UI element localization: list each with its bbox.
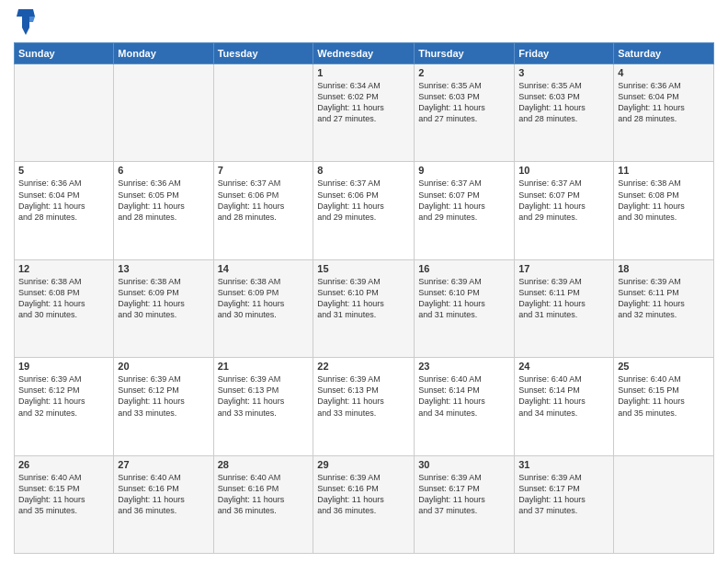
calendar-cell: 3Sunrise: 6:35 AM Sunset: 6:03 PM Daylig… [515, 64, 614, 162]
day-number: 19 [18, 361, 109, 372]
calendar-cell: 10Sunrise: 6:37 AM Sunset: 6:07 PM Dayli… [515, 162, 614, 259]
calendar-cell: 25Sunrise: 6:40 AM Sunset: 6:15 PM Dayli… [614, 358, 714, 455]
header [14, 9, 714, 35]
day-info: Sunrise: 6:37 AM Sunset: 6:06 PM Dayligh… [218, 178, 310, 223]
header-day-friday: Friday [515, 43, 614, 64]
day-info: Sunrise: 6:39 AM Sunset: 6:13 PM Dayligh… [218, 373, 310, 419]
day-number: 3 [518, 67, 609, 78]
day-info: Sunrise: 6:40 AM Sunset: 6:16 PM Dayligh… [118, 472, 209, 517]
day-info: Sunrise: 6:37 AM Sunset: 6:07 PM Dayligh… [518, 178, 609, 223]
day-info: Sunrise: 6:39 AM Sunset: 6:12 PM Dayligh… [118, 373, 209, 419]
week-row-4: 26Sunrise: 6:40 AM Sunset: 6:15 PM Dayli… [15, 455, 714, 553]
logo [14, 9, 35, 35]
day-number: 26 [18, 459, 109, 470]
day-info: Sunrise: 6:35 AM Sunset: 6:03 PM Dayligh… [418, 80, 510, 125]
day-info: Sunrise: 6:39 AM Sunset: 6:10 PM Dayligh… [317, 276, 410, 321]
calendar-cell [15, 64, 114, 162]
day-info: Sunrise: 6:39 AM Sunset: 6:10 PM Dayligh… [418, 276, 510, 321]
week-row-2: 12Sunrise: 6:38 AM Sunset: 6:08 PM Dayli… [15, 259, 714, 357]
day-number: 21 [218, 361, 310, 372]
day-info: Sunrise: 6:37 AM Sunset: 6:07 PM Dayligh… [418, 178, 510, 223]
day-number: 23 [418, 361, 510, 372]
calendar-cell: 20Sunrise: 6:39 AM Sunset: 6:12 PM Dayli… [114, 358, 213, 455]
day-number: 2 [418, 67, 510, 78]
header-day-saturday: Saturday [614, 43, 714, 64]
day-number: 11 [618, 165, 710, 176]
calendar-cell: 2Sunrise: 6:35 AM Sunset: 6:03 PM Daylig… [415, 64, 515, 162]
day-info: Sunrise: 6:38 AM Sunset: 6:09 PM Dayligh… [218, 276, 310, 321]
day-info: Sunrise: 6:40 AM Sunset: 6:16 PM Dayligh… [218, 472, 310, 517]
day-info: Sunrise: 6:40 AM Sunset: 6:14 PM Dayligh… [518, 373, 609, 419]
header-day-tuesday: Tuesday [213, 43, 313, 64]
day-info: Sunrise: 6:39 AM Sunset: 6:16 PM Dayligh… [317, 472, 410, 517]
day-number: 27 [118, 459, 209, 470]
day-number: 7 [218, 165, 310, 176]
calendar-cell: 11Sunrise: 6:38 AM Sunset: 6:08 PM Dayli… [614, 162, 714, 259]
header-day-thursday: Thursday [415, 43, 515, 64]
day-info: Sunrise: 6:39 AM Sunset: 6:12 PM Dayligh… [18, 373, 109, 419]
day-info: Sunrise: 6:36 AM Sunset: 6:05 PM Dayligh… [118, 178, 209, 223]
day-number: 24 [518, 361, 609, 372]
calendar-cell: 13Sunrise: 6:38 AM Sunset: 6:09 PM Dayli… [114, 259, 213, 357]
day-info: Sunrise: 6:34 AM Sunset: 6:02 PM Dayligh… [317, 80, 410, 125]
calendar-cell: 4Sunrise: 6:36 AM Sunset: 6:04 PM Daylig… [614, 64, 714, 162]
calendar-cell: 21Sunrise: 6:39 AM Sunset: 6:13 PM Dayli… [213, 358, 313, 455]
day-number: 29 [317, 459, 410, 470]
day-number: 17 [518, 263, 609, 274]
calendar-cell [213, 64, 313, 162]
calendar-cell: 17Sunrise: 6:39 AM Sunset: 6:11 PM Dayli… [515, 259, 614, 357]
day-number: 14 [218, 263, 310, 274]
header-day-monday: Monday [114, 43, 213, 64]
calendar-cell: 22Sunrise: 6:39 AM Sunset: 6:13 PM Dayli… [313, 358, 415, 455]
day-info: Sunrise: 6:36 AM Sunset: 6:04 PM Dayligh… [618, 80, 710, 125]
calendar-cell: 15Sunrise: 6:39 AM Sunset: 6:10 PM Dayli… [313, 259, 415, 357]
day-info: Sunrise: 6:35 AM Sunset: 6:03 PM Dayligh… [518, 80, 609, 125]
calendar-cell: 27Sunrise: 6:40 AM Sunset: 6:16 PM Dayli… [114, 455, 213, 553]
calendar-cell [614, 455, 714, 553]
calendar-cell: 31Sunrise: 6:39 AM Sunset: 6:17 PM Dayli… [515, 455, 614, 553]
header-day-sunday: Sunday [15, 43, 114, 64]
day-number: 31 [518, 459, 609, 470]
day-number: 8 [317, 165, 410, 176]
day-info: Sunrise: 6:40 AM Sunset: 6:15 PM Dayligh… [618, 373, 710, 419]
calendar-cell: 14Sunrise: 6:38 AM Sunset: 6:09 PM Dayli… [213, 259, 313, 357]
header-day-wednesday: Wednesday [313, 43, 415, 64]
calendar-cell: 1Sunrise: 6:34 AM Sunset: 6:02 PM Daylig… [313, 64, 415, 162]
calendar-cell: 16Sunrise: 6:39 AM Sunset: 6:10 PM Dayli… [415, 259, 515, 357]
day-number: 22 [317, 361, 410, 372]
day-number: 9 [418, 165, 510, 176]
day-info: Sunrise: 6:39 AM Sunset: 6:17 PM Dayligh… [418, 472, 510, 517]
day-number: 20 [118, 361, 209, 372]
page: SundayMondayTuesdayWednesdayThursdayFrid… [0, 0, 728, 563]
calendar-cell: 7Sunrise: 6:37 AM Sunset: 6:06 PM Daylig… [213, 162, 313, 259]
day-info: Sunrise: 6:40 AM Sunset: 6:14 PM Dayligh… [418, 373, 510, 419]
calendar-header: SundayMondayTuesdayWednesdayThursdayFrid… [15, 43, 714, 64]
day-info: Sunrise: 6:38 AM Sunset: 6:08 PM Dayligh… [618, 178, 710, 223]
day-number: 18 [618, 263, 710, 274]
day-number: 13 [118, 263, 209, 274]
day-info: Sunrise: 6:39 AM Sunset: 6:11 PM Dayligh… [518, 276, 609, 321]
calendar-cell: 9Sunrise: 6:37 AM Sunset: 6:07 PM Daylig… [415, 162, 515, 259]
calendar-cell: 26Sunrise: 6:40 AM Sunset: 6:15 PM Dayli… [15, 455, 114, 553]
day-number: 15 [317, 263, 410, 274]
calendar-body: 1Sunrise: 6:34 AM Sunset: 6:02 PM Daylig… [15, 64, 714, 554]
calendar-cell: 19Sunrise: 6:39 AM Sunset: 6:12 PM Dayli… [15, 358, 114, 455]
week-row-3: 19Sunrise: 6:39 AM Sunset: 6:12 PM Dayli… [15, 358, 714, 455]
day-number: 6 [118, 165, 209, 176]
day-number: 10 [518, 165, 609, 176]
calendar-cell: 6Sunrise: 6:36 AM Sunset: 6:05 PM Daylig… [114, 162, 213, 259]
day-number: 16 [418, 263, 510, 274]
day-number: 12 [18, 263, 109, 274]
day-info: Sunrise: 6:37 AM Sunset: 6:06 PM Dayligh… [317, 178, 410, 223]
calendar-cell: 5Sunrise: 6:36 AM Sunset: 6:04 PM Daylig… [15, 162, 114, 259]
calendar-cell: 28Sunrise: 6:40 AM Sunset: 6:16 PM Dayli… [213, 455, 313, 553]
calendar-cell: 30Sunrise: 6:39 AM Sunset: 6:17 PM Dayli… [415, 455, 515, 553]
calendar-table: SundayMondayTuesdayWednesdayThursdayFrid… [14, 42, 714, 554]
day-info: Sunrise: 6:40 AM Sunset: 6:15 PM Dayligh… [18, 472, 109, 517]
calendar-cell: 29Sunrise: 6:39 AM Sunset: 6:16 PM Dayli… [313, 455, 415, 553]
day-number: 28 [218, 459, 310, 470]
day-info: Sunrise: 6:39 AM Sunset: 6:11 PM Dayligh… [618, 276, 710, 321]
day-info: Sunrise: 6:38 AM Sunset: 6:08 PM Dayligh… [18, 276, 109, 321]
day-number: 1 [317, 67, 410, 78]
day-info: Sunrise: 6:38 AM Sunset: 6:09 PM Dayligh… [118, 276, 209, 321]
